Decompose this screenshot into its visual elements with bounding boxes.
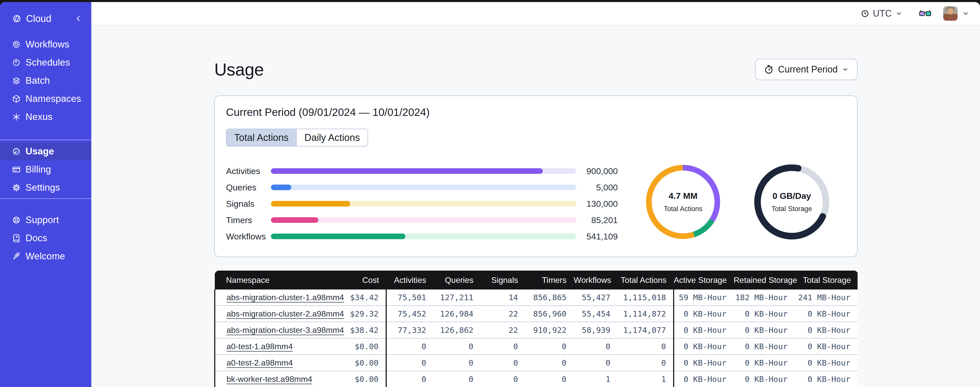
docs-icon xyxy=(12,233,21,243)
cell-signals: 0 xyxy=(480,371,525,387)
namespace-cell: bk-worker-test.a98mm4 xyxy=(215,371,347,387)
cell-total-actions: 1,115,018 xyxy=(617,289,674,305)
sidebar-item-namespaces[interactable]: Namespaces xyxy=(0,90,91,108)
namespace-link[interactable]: a0-test-1.a98mm4 xyxy=(226,342,293,351)
period-dropdown-label: Current Period xyxy=(778,64,838,75)
cell-total-actions: 0 xyxy=(617,355,674,371)
total-actions-donut: 4.7 MM Total Actions xyxy=(638,157,728,246)
cell-total-actions: 1 xyxy=(617,371,674,387)
bar-label: Activities xyxy=(226,166,271,176)
account-menu[interactable] xyxy=(943,6,969,21)
welcome-icon xyxy=(12,252,21,261)
sidebar-item-label: Usage xyxy=(25,146,54,157)
cell-activities: 75,452 xyxy=(386,305,433,322)
namespace-link[interactable]: abs-migration-cluster-1.a98mm4 xyxy=(226,293,344,302)
cell-active-storage: 0 KB-Hour xyxy=(674,371,733,387)
cell-activities: 75,501 xyxy=(386,289,433,305)
cell-queries: 126,862 xyxy=(433,322,480,338)
namespace-link[interactable]: a0-test-2.a98mm4 xyxy=(226,358,293,367)
cell-signals: 0 xyxy=(480,355,525,371)
sidebar-item-label: Schedules xyxy=(25,57,70,68)
cell-activities: 77,332 xyxy=(386,322,433,338)
namespace-link[interactable]: abs-migration-cluster-2.a98mm4 xyxy=(226,309,344,318)
bar-fill xyxy=(271,217,318,223)
support-icon xyxy=(12,216,21,225)
period-dropdown-button[interactable]: Current Period xyxy=(755,59,858,80)
sidebar-collapse-button[interactable] xyxy=(74,14,83,23)
cell-timers: 910,922 xyxy=(525,322,574,338)
cell-cost: $0.00 xyxy=(347,371,386,387)
bar-row-workflows: Workflows541,109 xyxy=(226,228,618,245)
bar-value: 130,000 xyxy=(576,199,618,209)
cell-total-storage: 241 MB-Hour xyxy=(795,289,858,305)
batch-icon xyxy=(12,76,21,85)
sidebar-item-workflows[interactable]: Workflows xyxy=(0,35,91,53)
usage-icon xyxy=(12,147,21,156)
cell-cost: $29.32 xyxy=(347,305,386,322)
column-header-total-actions: Total Actions xyxy=(617,270,674,289)
namespace-link[interactable]: bk-worker-test.a98mm4 xyxy=(226,374,312,384)
table-row: abs-migration-cluster-1.a98mm4$34.4275,5… xyxy=(215,289,858,305)
column-header-signals: Signals xyxy=(480,270,525,289)
column-header-timers: Timers xyxy=(525,270,574,289)
bar-track xyxy=(271,233,576,239)
sidebar-item-batch[interactable]: Batch xyxy=(0,72,91,90)
bar-row-timers: Timers85,201 xyxy=(226,212,618,228)
cell-retained-storage: 182 MB-Hour xyxy=(733,289,795,305)
namespace-cell: a0-test-2.a98mm4 xyxy=(215,355,347,371)
cell-active-storage: 0 KB-Hour xyxy=(674,305,733,322)
sidebar-item-docs[interactable]: Docs xyxy=(0,229,91,247)
sidebar-item-label: Batch xyxy=(25,75,50,86)
sidebar-brand: Cloud xyxy=(0,10,91,27)
sidebar-item-billing[interactable]: Billing xyxy=(0,160,91,178)
cell-cost: $38.42 xyxy=(347,322,386,338)
sidebar-item-label: Docs xyxy=(25,233,47,243)
topbar: UTC xyxy=(91,2,980,26)
cell-cost: $0.00 xyxy=(347,355,386,371)
sidebar-item-usage[interactable]: Usage xyxy=(0,142,91,160)
bar-fill xyxy=(271,233,405,239)
stopwatch-icon xyxy=(764,64,774,75)
cell-total-storage: 0 KB-Hour xyxy=(795,305,858,322)
namespace-usage-table: NamespaceCostActivitiesQueriesSignalsTim… xyxy=(214,270,858,387)
bar-fill xyxy=(271,185,291,190)
cell-workflows: 55,427 xyxy=(574,289,617,305)
sidebar-item-nexus[interactable]: Nexus xyxy=(0,108,91,126)
cell-signals: 22 xyxy=(480,322,525,338)
sidebar-item-label: Settings xyxy=(25,182,60,193)
bar-fill xyxy=(271,201,350,206)
sidebar-item-schedules[interactable]: Schedules xyxy=(0,53,91,72)
cell-queries: 127,211 xyxy=(433,289,480,305)
cloud-logo-icon xyxy=(12,14,22,24)
page-title: Usage xyxy=(214,59,264,79)
cell-cost: $0.00 xyxy=(347,338,386,355)
column-header-activities: Activities xyxy=(386,270,433,289)
table-row: a0-test-2.a98mm4$0.000000000 KB-Hour0 KB… xyxy=(215,355,858,371)
total-actions-label: Total Actions xyxy=(664,205,703,213)
bar-label: Signals xyxy=(226,199,271,209)
cell-retained-storage: 0 KB-Hour xyxy=(733,371,795,387)
column-header-retained-storage: Retained Storage xyxy=(733,270,795,289)
tab-total-actions[interactable]: Total Actions xyxy=(226,129,297,146)
bar-track xyxy=(271,217,576,223)
cell-total-storage: 0 KB-Hour xyxy=(795,355,858,371)
cell-activities: 0 xyxy=(386,371,433,387)
chevron-down-icon xyxy=(842,66,849,73)
sidebar-nav: WorkflowsSchedulesBatchNamespacesNexusUs… xyxy=(0,35,91,265)
sidebar-item-support[interactable]: Support xyxy=(0,211,91,229)
sidebar-item-settings[interactable]: Settings xyxy=(0,178,91,197)
bar-fill xyxy=(271,168,543,174)
bar-value: 900,000 xyxy=(576,166,618,176)
column-header-active-storage: Active Storage xyxy=(674,270,733,289)
tab-daily-actions[interactable]: Daily Actions xyxy=(297,129,368,146)
bar-label: Timers xyxy=(226,215,271,225)
cell-active-storage: 0 KB-Hour xyxy=(674,322,733,338)
cell-workflows: 55,454 xyxy=(574,305,617,322)
sidebar-item-label: Namespaces xyxy=(25,93,81,104)
sidebar-item-label: Support xyxy=(25,215,59,225)
cell-queries: 0 xyxy=(433,371,480,387)
sidebar-item-welcome[interactable]: Welcome xyxy=(0,247,91,265)
timezone-selector[interactable]: UTC xyxy=(861,8,902,19)
namespace-link[interactable]: abs-migration-cluster-3.a98mm4 xyxy=(226,325,344,335)
glasses-icon[interactable] xyxy=(919,9,932,18)
